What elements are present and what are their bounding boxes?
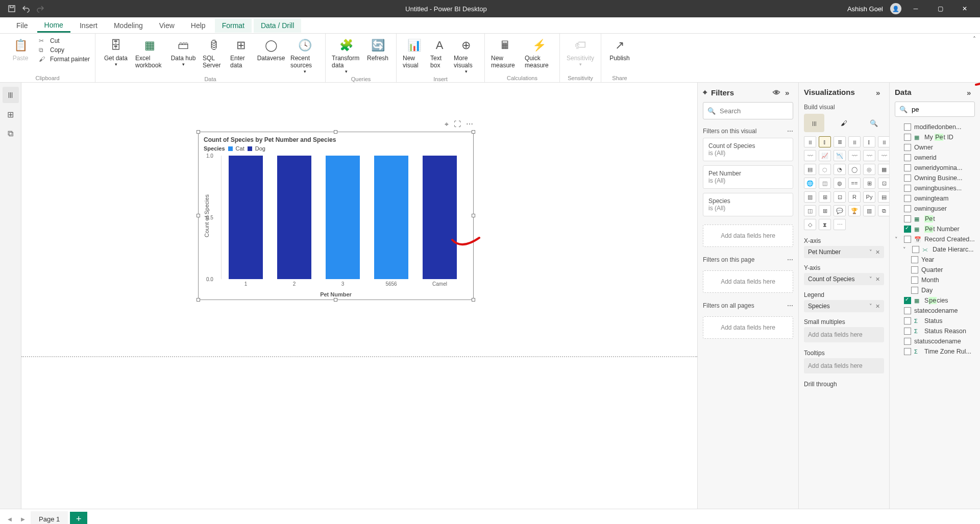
menu-insert[interactable]: Insert <box>72 18 105 33</box>
viz-type-button[interactable]: 💬 <box>834 205 846 216</box>
field-row[interactable]: owneridyomina... <box>893 163 977 173</box>
viz-type-button[interactable]: ⊡ <box>878 178 890 189</box>
viz-type-button[interactable]: 📉 <box>834 150 846 161</box>
viz-type-button[interactable]: 〰 <box>863 150 875 161</box>
field-row[interactable]: modifiedonben... <box>893 122 977 132</box>
viz-type-button[interactable]: ⧗ <box>819 219 831 230</box>
transform-data-button[interactable]: 🧩Transform data▾ <box>331 36 361 75</box>
analytics-mode[interactable]: 🔍 <box>864 114 884 132</box>
field-row[interactable]: ownerid <box>893 153 977 163</box>
chart-bar[interactable] <box>374 156 408 279</box>
legend-field[interactable]: Species˅✕ <box>804 300 884 312</box>
field-checkbox[interactable] <box>904 236 911 243</box>
collapse-ribbon-icon[interactable]: ˄ <box>973 36 976 43</box>
viz-type-button[interactable]: ⋯ <box>834 219 846 230</box>
expand-icon[interactable]: ˅ <box>903 246 909 253</box>
viz-type-button[interactable]: ◍ <box>834 178 846 189</box>
text-box-button[interactable]: AText box <box>429 36 450 70</box>
refresh-button[interactable]: 🔄Refresh <box>364 36 391 63</box>
viz-type-button[interactable]: ◫ <box>804 205 816 216</box>
report-canvas[interactable]: ⌖ ⛶ ⋯ Count of Species by Pet Number and… <box>21 83 697 509</box>
minimize-button[interactable]: ─ <box>905 0 926 17</box>
x-axis-field[interactable]: Pet Number˅✕ <box>804 246 884 258</box>
chart-bar[interactable] <box>326 156 360 279</box>
viz-type-button[interactable]: == <box>848 178 861 189</box>
field-checkbox[interactable] <box>904 164 911 171</box>
new-measure-button[interactable]: 🖩New measure <box>490 36 521 70</box>
section-more-icon[interactable]: ⋯ <box>787 302 793 309</box>
collapse-filters-icon[interactable]: » <box>785 88 793 96</box>
viz-type-button[interactable]: ◎ <box>863 164 875 175</box>
field-checkbox[interactable] <box>904 317 911 325</box>
visual-filter-drop[interactable]: Add data fields here <box>703 224 793 247</box>
menu-home[interactable]: Home <box>37 18 70 33</box>
viz-type-button[interactable]: ◫ <box>819 178 831 189</box>
chevron-down-icon[interactable]: ˅ <box>869 303 872 310</box>
field-checkbox[interactable] <box>904 215 911 222</box>
chart-bar[interactable] <box>277 156 311 279</box>
field-row[interactable]: ˅⩙Date Hierarc... <box>893 244 977 255</box>
recent-sources-button[interactable]: 🕓Recent sources▾ <box>289 36 320 75</box>
viz-type-button[interactable]: ▥ <box>804 191 816 203</box>
page-tab[interactable]: Page 1 <box>31 511 68 524</box>
viz-type-button[interactable]: 📈 <box>819 150 831 161</box>
viz-type-button[interactable]: 〰 <box>878 150 890 161</box>
field-checkbox[interactable] <box>911 277 918 284</box>
field-checkbox[interactable] <box>904 338 911 345</box>
field-row[interactable]: statuscodename <box>893 336 977 346</box>
menu-modeling[interactable]: Modeling <box>107 18 150 33</box>
viz-type-button[interactable]: ▥ <box>863 205 875 216</box>
data-hub-button[interactable]: 🗃Data hub▾ <box>168 36 199 68</box>
eye-icon[interactable]: 👁 <box>773 88 781 96</box>
data-view-icon[interactable]: ⊞ <box>3 106 19 122</box>
field-row[interactable]: owningbusines... <box>893 183 977 193</box>
filter-card[interactable]: Pet Numberis (All) <box>703 165 793 189</box>
filter-card[interactable]: Count of Speciesis (All) <box>703 138 793 161</box>
field-checkbox[interactable] <box>904 195 911 202</box>
field-row[interactable]: ▦My Pet ID <box>893 132 977 142</box>
viz-type-button[interactable]: ▤ <box>878 191 890 203</box>
field-row[interactable]: Quarter <box>893 265 977 275</box>
field-checkbox[interactable] <box>904 205 911 212</box>
menu-format[interactable]: Format <box>215 18 252 33</box>
field-row[interactable]: ˅📅Record Created... <box>893 234 977 244</box>
menu-data-drill[interactable]: Data / Drill <box>254 18 301 33</box>
prev-page-icon[interactable]: ◄ <box>4 515 15 523</box>
viz-type-button[interactable]: ≣ <box>834 136 846 147</box>
viz-type-button[interactable]: R <box>848 191 861 203</box>
field-row[interactable]: owninguser <box>893 204 977 214</box>
viz-type-button[interactable]: ⊞ <box>863 178 875 189</box>
field-checkbox[interactable] <box>904 174 911 182</box>
field-row[interactable]: ΣStatus <box>893 316 977 326</box>
report-filter-drop[interactable]: Add data fields here <box>703 316 793 339</box>
field-row[interactable]: ΣTime Zone Rul... <box>893 346 977 357</box>
field-checkbox[interactable] <box>904 226 911 233</box>
section-more-icon[interactable]: ⋯ <box>787 256 793 263</box>
filter-card[interactable]: Speciesis (All) <box>703 193 793 216</box>
field-checkbox[interactable] <box>904 154 911 161</box>
viz-type-button[interactable]: ⊞ <box>819 191 831 203</box>
field-checkbox[interactable] <box>904 144 911 151</box>
filters-search-input[interactable] <box>720 107 805 115</box>
field-row[interactable]: owningteam <box>893 193 977 204</box>
data-search-input[interactable] <box>912 106 980 113</box>
field-checkbox[interactable] <box>911 287 918 294</box>
chart-bar[interactable] <box>229 156 263 279</box>
viz-type-button[interactable]: ◇ <box>804 219 816 230</box>
viz-type-button[interactable]: ▦ <box>878 164 890 175</box>
field-row[interactable]: Owning Busine... <box>893 173 977 183</box>
field-checkbox[interactable] <box>911 256 918 263</box>
viz-type-button[interactable]: ◯ <box>848 164 861 175</box>
field-checkbox[interactable] <box>904 328 911 335</box>
field-row[interactable]: Owner <box>893 142 977 153</box>
collapse-viz-icon[interactable]: » <box>876 88 884 96</box>
chart-focus-icon[interactable]: ⛶ <box>454 120 461 129</box>
sql-server-button[interactable]: 🛢SQL Server <box>202 36 226 70</box>
publish-button[interactable]: ↗Publish <box>606 36 633 63</box>
chart-visual[interactable]: ⌖ ⛶ ⋯ Count of Species by Pet Number and… <box>198 132 474 300</box>
remove-field-icon[interactable]: ✕ <box>875 249 880 256</box>
page-filter-drop[interactable]: Add data fields here <box>703 270 793 293</box>
chart-bar[interactable] <box>423 156 457 279</box>
field-row[interactable]: Month <box>893 275 977 285</box>
tooltips-drop[interactable]: Add data fields here <box>804 358 884 373</box>
